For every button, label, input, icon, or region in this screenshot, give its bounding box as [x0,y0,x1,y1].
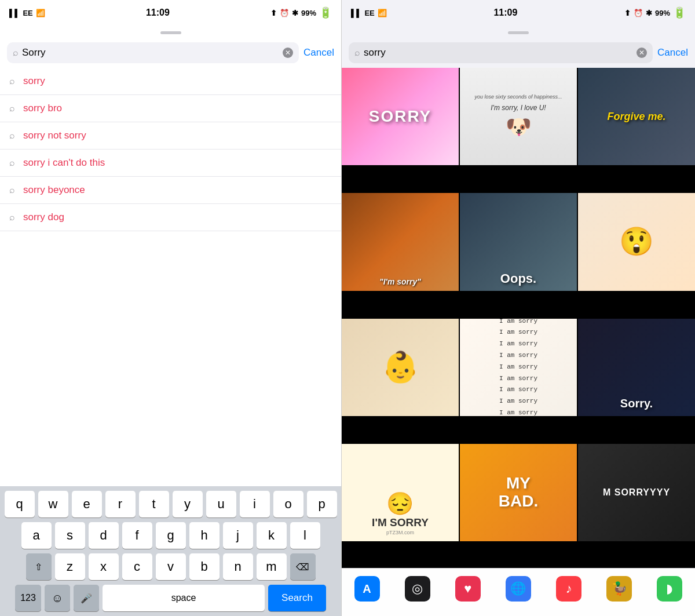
right-drag-indicator [342,25,695,38]
suggestion-text: sorry bro [23,103,62,114]
tab-heart[interactable]: ♥ [455,576,481,602]
key-j[interactable]: j [223,522,253,549]
key-x[interactable]: x [89,553,119,580]
gif-friends[interactable]: "I'm sorry" [342,193,459,290]
key-z[interactable]: z [55,553,85,580]
key-emoji[interactable]: ☺ [45,585,70,611]
key-l[interactable]: l [290,522,320,549]
tab-music[interactable]: ♪ [556,576,581,602]
key-u[interactable]: u [206,491,236,517]
left-cancel-button[interactable]: Cancel [303,47,334,59]
suggestion-sorry-beyonce[interactable]: ⌕ sorry beyonce [0,177,341,204]
search-suggestion-icon: ⌕ [9,130,15,141]
gif-mybad[interactable]: MYBAD. [460,444,577,541]
gif-dog-subtext: you lose sixty seconds of happiness... [474,94,562,100]
signal-bars-icon: ▌▌ [351,9,361,17]
alarm-icon: ⏰ [280,9,289,17]
key-d[interactable]: d [89,522,119,549]
gif-sorryyy[interactable]: M SORRYYYY [578,444,695,541]
search-suggestion-icon: ⌕ [9,76,15,86]
key-v[interactable]: v [156,553,186,580]
search-suggestion-icon: ⌕ [9,103,15,114]
key-g[interactable]: g [156,522,186,549]
gif-dog-sorry[interactable]: you lose sixty seconds of happiness... I… [460,68,577,165]
key-o[interactable]: o [273,491,303,517]
battery-icon: 🔋 [673,6,686,19]
gif-baby-emoji: 👶 [382,349,419,385]
suggestion-sorry-cant[interactable]: ⌕ sorry i can't do this [0,150,341,177]
search-suggestion-icon: ⌕ [9,212,15,223]
right-cancel-button[interactable]: Cancel [657,47,688,59]
left-status-left: ▌▌ EE 📶 [9,9,45,17]
battery-label: 99% [655,9,670,17]
left-search-bar: ⌕ ✕ Cancel [0,38,341,68]
gif-sorryyy-text: M SORRYYYY [603,487,670,498]
tab-appstore[interactable]: A [354,576,380,602]
gif-baby[interactable]: 👶 [342,319,459,416]
gif-lines[interactable]: I am sorryI am sorryI am sorryI am sorry… [460,319,577,416]
search-suggestion-icon: ⌕ [9,158,15,168]
clear-button[interactable]: ✕ [283,48,293,58]
keyboard-row-4: 123 ☺ 🎤 space Search [2,585,339,616]
gif-despicable[interactable]: 😲 [578,193,695,290]
keyboard-row-3: ⇧ z x c v b n m ⌫ [2,553,339,580]
key-c[interactable]: c [122,553,152,580]
key-m[interactable]: m [257,553,287,580]
suggestion-text: sorry i can't do this [23,157,105,169]
tab-activity[interactable]: ◎ [405,576,430,602]
key-delete[interactable]: ⌫ [290,553,316,580]
gif-titanic[interactable]: Sorry. [578,319,695,416]
carrier-label: EE [364,9,374,17]
suggestion-sorry-bro[interactable]: ⌕ sorry bro [0,95,341,122]
bottom-tab-bar: A ◎ ♥ 🌐 ♪ 🦆 ◗ [342,568,695,616]
carrier-label: EE [23,9,32,17]
key-e[interactable]: e [72,491,102,517]
gif-despicable-emoji: 😲 [619,225,654,258]
key-y[interactable]: y [173,491,203,517]
key-a[interactable]: a [21,522,52,549]
key-t[interactable]: t [139,491,169,517]
key-f[interactable]: f [122,522,152,549]
key-r[interactable]: r [105,491,136,517]
right-clear-button[interactable]: ✕ [637,48,647,58]
gif-house[interactable]: Oops. [460,193,577,290]
alarm-icon: ⏰ [634,9,643,17]
suggestion-sorry-not-sorry[interactable]: ⌕ sorry not sorry [0,122,341,150]
key-k[interactable]: k [257,522,287,549]
gif-cartoon[interactable]: 😔 I'M SORRY pTZ3M.com [342,444,459,541]
key-space[interactable]: space [103,585,265,611]
left-search-input[interactable] [22,47,279,59]
search-icon: ⌕ [354,48,360,58]
key-n[interactable]: n [223,553,253,580]
location-icon: ⬆ [624,9,631,17]
gif-sorry-hearts[interactable]: SORRY [342,68,459,165]
key-numbers[interactable]: 123 [15,585,41,611]
right-panel: ▌▌ EE 📶 11:09 ⬆ ⏰ ✱ 99% 🔋 ⌕ ✕ Cancel SOR… [342,0,695,616]
right-search-input[interactable] [364,47,633,59]
suggestion-text: sorry beyonce [23,184,85,196]
key-shift[interactable]: ⇧ [26,553,52,580]
key-search[interactable]: Search [268,585,326,611]
key-w[interactable]: w [38,491,68,517]
left-search-input-wrap[interactable]: ⌕ ✕ [7,42,299,63]
suggestion-text: sorry [23,75,45,87]
key-p[interactable]: p [307,491,337,517]
right-status-bar: ▌▌ EE 📶 11:09 ⬆ ⏰ ✱ 99% 🔋 [342,0,695,25]
key-h[interactable]: h [189,522,220,549]
key-b[interactable]: b [189,553,220,580]
right-search-input-wrap[interactable]: ⌕ ✕ [349,42,653,63]
suggestion-sorry-dog[interactable]: ⌕ sorry dog [0,204,341,231]
suggestion-sorry[interactable]: ⌕ sorry [0,68,341,95]
suggestions-list: ⌕ sorry ⌕ sorry bro ⌕ sorry not sorry ⌕ … [0,68,341,486]
keyboard-row-1: q w e r t y u i o p [2,491,339,517]
key-q[interactable]: q [5,491,35,517]
tab-arc[interactable]: ◗ [657,576,682,602]
tab-globe[interactable]: 🌐 [506,576,531,602]
key-mic[interactable]: 🎤 [74,585,99,611]
gif-forgive[interactable]: Forgive me. [578,68,695,165]
battery-label: 99% [301,9,316,17]
key-s[interactable]: s [55,522,85,549]
tab-duck[interactable]: 🦆 [606,576,632,602]
gif-titanic-text: Sorry. [620,397,653,410]
key-i[interactable]: i [240,491,270,517]
